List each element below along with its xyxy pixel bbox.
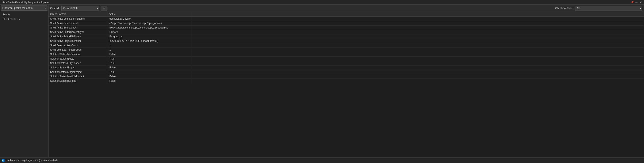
col-header-extra — [192, 12, 644, 17]
table-row: Shell:ActiveSelectionUrifile:///c:/repos… — [48, 26, 644, 30]
table-body: Shell:ActiveSelectionFileNameconsoleapp1… — [48, 17, 644, 83]
table-row: Shell:ActiveSelectionFileNameconsoleapp1… — [48, 17, 644, 21]
main-container: Platform Specific Metadata Events Client… — [0, 5, 644, 157]
cell-extra — [192, 52, 644, 56]
cell-value: CSharp — [108, 30, 192, 34]
table-row: SolutionStates:BuildingFalse — [48, 79, 644, 83]
table-row: Shell:SelectedFileItemCount1 — [48, 48, 644, 52]
table-row: SolutionStates:NoSolutionFalse — [48, 52, 644, 56]
cell-extra — [192, 70, 644, 74]
table-row: Shell:ActiveEditorContentTypeCSharp — [48, 30, 644, 34]
table-header-row: Client Context Value — [48, 12, 644, 17]
cell-extra — [192, 48, 644, 52]
title-bar: VisualStudio.Extensibility Diagnostics E… — [0, 0, 644, 5]
cell-client-context: Shell:ActiveSelectionUri — [48, 26, 108, 30]
sidebar-item-events[interactable]: Events — [0, 12, 48, 17]
cell-value: False — [108, 79, 192, 83]
cell-client-context: Shell:ActiveSelectionPath — [48, 21, 108, 26]
col-header-value: Value — [108, 12, 192, 17]
cell-value: {6a388bf4-b214-4dd2-8538-a3aaab4dfa06} — [108, 39, 192, 43]
context-select[interactable]: Current State — [62, 6, 100, 11]
cell-extra — [192, 66, 644, 70]
cell-value: False — [108, 52, 192, 56]
cell-value: True — [108, 61, 192, 66]
minimize-button[interactable]: — — [635, 1, 638, 4]
cell-value: 1 — [108, 48, 192, 52]
right-panel: Context: Current State ≡ Client Contexts… — [48, 5, 644, 157]
pin-button[interactable]: 📌 — [630, 1, 634, 4]
table-row: SolutionStates:FullyLoadedTrue — [48, 61, 644, 66]
table-row: SolutionStates:SingleProjectTrue — [48, 70, 644, 74]
cell-value: Program.cs — [108, 34, 192, 39]
cell-client-context: SolutionStates:Building — [48, 79, 108, 83]
cell-client-context: Shell:ActiveProjectIdentifier — [48, 39, 108, 43]
cell-value: False — [108, 66, 192, 70]
cell-client-context: Shell:ActiveSelectionFileName — [48, 17, 108, 21]
title-bar-controls: 📌 — ✕ — [630, 1, 642, 4]
cell-value: False — [108, 74, 192, 79]
cell-client-context: SolutionStates:MultipleProject — [48, 74, 108, 79]
cell-client-context: SolutionStates:Empty — [48, 66, 108, 70]
sidebar-item-client-contexts[interactable]: Client Contexts — [0, 17, 48, 22]
cell-client-context: Shell:SelectedFileItemCount — [48, 48, 108, 52]
refresh-icon: ≡ — [103, 6, 105, 10]
cell-extra — [192, 34, 644, 39]
cell-client-context: Shell:ActiveEditorFileName — [48, 34, 108, 39]
table-row: SolutionStates:EmptyFalse — [48, 66, 644, 70]
cell-extra — [192, 56, 644, 61]
data-table: Client Context Value Shell:ActiveSelecti… — [48, 12, 644, 83]
cell-client-context: SolutionStates:Exists — [48, 56, 108, 61]
diagnostics-checkbox[interactable] — [2, 159, 4, 162]
cell-client-context: SolutionStates:NoSolution — [48, 52, 108, 56]
cell-extra — [192, 43, 644, 48]
client-contexts-label: Client Contexts: — [555, 7, 573, 10]
table-row: Shell:ActiveSelectionPathc:\repos\consol… — [48, 21, 644, 26]
cell-value: True — [108, 70, 192, 74]
table-row: SolutionStates:ExistsTrue — [48, 56, 644, 61]
toolbar: Context: Current State ≡ Client Contexts… — [48, 5, 644, 12]
sidebar-dropdown[interactable]: Platform Specific Metadata — [1, 6, 48, 10]
context-select-wrapper[interactable]: Current State — [62, 6, 100, 11]
table-row: Shell:ActiveProjectIdentifier{6a388bf4-b… — [48, 39, 644, 43]
cell-client-context: Shell:ActiveEditorContentType — [48, 30, 108, 34]
client-contexts-select-wrapper[interactable]: All — [575, 6, 642, 11]
title-bar-text: VisualStudio.Extensibility Diagnostics E… — [2, 1, 50, 4]
bottom-bar: Enable collecting diagnostics (requires … — [0, 157, 644, 163]
sidebar: Platform Specific Metadata Events Client… — [0, 5, 48, 157]
cell-value: c:\repos\consoleapp1\consoleapp1\program… — [108, 21, 192, 26]
sidebar-nav: Events Client Contexts — [0, 12, 48, 22]
col-header-client-context: Client Context — [48, 12, 108, 17]
cell-client-context: SolutionStates:FullyLoaded — [48, 61, 108, 66]
cell-client-context: Shell:SelectedItemCount — [48, 43, 108, 48]
cell-extra — [192, 79, 644, 83]
refresh-button[interactable]: ≡ — [101, 6, 107, 11]
cell-extra — [192, 74, 644, 79]
cell-extra — [192, 17, 644, 21]
close-button[interactable]: ✕ — [639, 1, 642, 4]
sidebar-dropdown-wrapper[interactable]: Platform Specific Metadata — [1, 6, 48, 10]
table-row: SolutionStates:MultipleProjectFalse — [48, 74, 644, 79]
cell-value: consoleapp1.csproj — [108, 17, 192, 21]
cell-extra — [192, 39, 644, 43]
table-header: Client Context Value — [48, 12, 644, 17]
context-label: Context: — [50, 7, 60, 10]
diagnostics-label[interactable]: Enable collecting diagnostics (requires … — [6, 159, 58, 162]
cell-value: file:///c:/repos/consoleapp1/consoleapp1… — [108, 26, 192, 30]
cell-extra — [192, 21, 644, 26]
cell-extra — [192, 61, 644, 66]
cell-extra — [192, 30, 644, 34]
table-row: Shell:SelectedItemCount1 — [48, 43, 644, 48]
cell-value: 1 — [108, 43, 192, 48]
table-container: Client Context Value Shell:ActiveSelecti… — [48, 12, 644, 157]
cell-client-context: SolutionStates:SingleProject — [48, 70, 108, 74]
cell-extra — [192, 26, 644, 30]
cell-value: True — [108, 56, 192, 61]
table-row: Shell:ActiveEditorFileNameProgram.cs — [48, 34, 644, 39]
client-contexts-select[interactable]: All — [575, 6, 642, 11]
